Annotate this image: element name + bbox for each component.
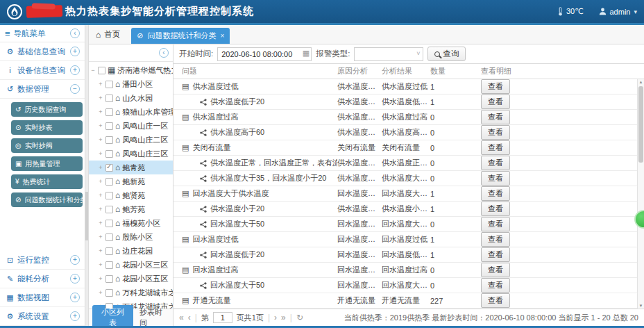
sidebar-item[interactable]: ⚙ 基础信息查询 + — [0, 42, 85, 61]
sidebar-submenu-item[interactable]: ◎ 实时抄阀 — [11, 138, 83, 153]
checkbox[interactable] — [105, 233, 113, 241]
checkbox[interactable] — [105, 289, 113, 297]
sidebar-item[interactable]: i 设备信息查询 + — [0, 61, 85, 80]
checkbox[interactable] — [105, 122, 113, 130]
panel-splitter[interactable] — [85, 25, 89, 326]
tree-item[interactable]: + ⌂ 鲍芳苑 — [89, 202, 173, 216]
tree-expander-icon[interactable]: + — [98, 289, 103, 296]
checkbox[interactable] — [105, 220, 113, 227]
tree-item[interactable]: + ⌂ 狼猫山水库管理处 — [89, 105, 173, 119]
sidebar-submenu-item[interactable]: ⊘ 问题数据统计和分类 — [11, 192, 83, 207]
sidebar-submenu-item[interactable]: ↺ 历史数据查询 — [11, 102, 83, 117]
sidebar-item[interactable]: ▦ 数据视图 + — [0, 288, 85, 307]
tree-item[interactable]: + ⌂ 鲍贤苑 — [89, 188, 173, 202]
tree-item[interactable]: + ⌂ 花园小区三区 — [89, 258, 173, 272]
sidebar-submenu-item[interactable]: ▣ 用热量管理 — [11, 156, 83, 171]
checkbox[interactable] — [105, 164, 113, 172]
tree-expander-icon[interactable]: + — [98, 220, 103, 227]
query-button[interactable]: 查询 — [427, 47, 466, 61]
view-detail-button[interactable]: 查看 — [481, 125, 510, 140]
expand-toggle-icon[interactable]: + — [70, 47, 80, 56]
expand-toggle-icon[interactable]: + — [70, 293, 80, 302]
page-number-input[interactable] — [213, 312, 232, 323]
view-detail-button[interactable]: 查看 — [481, 186, 510, 201]
view-detail-button[interactable]: 查看 — [481, 140, 510, 155]
view-detail-button[interactable]: 查看 — [481, 263, 510, 277]
calendar-icon[interactable]: ▦ — [303, 49, 310, 57]
refresh-icon[interactable]: ↻ — [296, 313, 303, 322]
tree-expander-icon[interactable]: + — [98, 108, 103, 115]
tree-expander-icon[interactable]: + — [98, 233, 103, 240]
checkbox[interactable] — [105, 247, 113, 255]
tree-expander-icon[interactable]: + — [98, 275, 103, 282]
pagination-next-icon[interactable]: › — [274, 313, 277, 322]
checkbox[interactable] — [105, 206, 113, 213]
sidebar-submenu-item[interactable]: ¥ 热费统计 — [11, 174, 83, 189]
tab-home[interactable]: ⌂ 首页 — [96, 29, 120, 44]
tree-item[interactable]: + ⌂ 凤鸣山庄一区 — [89, 119, 173, 133]
checkbox[interactable] — [105, 81, 113, 88]
scrollbar-thumb[interactable] — [638, 86, 643, 163]
tree-collapse-icon[interactable]: ‹ — [159, 48, 169, 58]
tree-expander-icon[interactable]: + — [98, 122, 103, 129]
expand-toggle-icon[interactable]: + — [70, 311, 80, 321]
checkbox[interactable] — [105, 275, 113, 283]
view-detail-button[interactable]: 查看 — [481, 95, 510, 109]
expand-toggle-icon[interactable]: + — [70, 274, 80, 284]
view-detail-button[interactable]: 查看 — [481, 217, 510, 231]
view-detail-button[interactable]: 查看 — [481, 232, 510, 247]
meter-reading-time-tab[interactable]: 抄表时间 — [139, 307, 169, 328]
checkbox[interactable] — [105, 108, 113, 116]
expand-toggle-icon[interactable]: + — [70, 65, 80, 75]
checkbox[interactable] — [105, 192, 113, 199]
view-detail-button[interactable]: 查看 — [481, 293, 510, 308]
scrollbar-down-icon[interactable]: ▼ — [638, 304, 644, 308]
close-icon[interactable]: × — [220, 32, 224, 40]
view-detail-button[interactable]: 查看 — [481, 171, 510, 186]
tree-expander-icon[interactable]: + — [98, 206, 103, 213]
view-detail-button[interactable]: 查看 — [481, 278, 510, 293]
expand-toggle-icon[interactable]: + — [70, 255, 80, 265]
table-scrollbar[interactable]: ▲ ▼ — [637, 79, 644, 309]
view-detail-button[interactable]: 查看 — [481, 247, 510, 262]
user-menu[interactable]: admin ▾ — [599, 8, 638, 16]
checkbox[interactable] — [105, 178, 113, 186]
tree-expander-icon[interactable]: + — [98, 192, 103, 199]
view-detail-button[interactable]: 查看 — [481, 156, 510, 170]
sidebar-item[interactable]: ✎ 能耗分析 + — [0, 270, 85, 288]
tree-item[interactable]: + ⌂ 殷陈小区 — [89, 230, 173, 244]
tree-item[interactable]: + ⌂ 鲍青苑 — [89, 161, 173, 174]
tree-item[interactable]: + ⌂ 鲍新苑 — [89, 174, 173, 188]
tree-expander-icon[interactable]: + — [98, 261, 103, 268]
checkbox[interactable] — [105, 150, 113, 158]
pagination-first-icon[interactable]: « — [179, 313, 184, 322]
pagination-prev-icon[interactable]: ‹ — [188, 313, 191, 322]
tree-item[interactable]: + ⌂ 潘田小区 — [89, 77, 173, 91]
checkbox[interactable] — [98, 67, 105, 74]
tree-root-item[interactable]: − ▦ 济南港华燃气热力有限公司 — [89, 63, 173, 77]
alarm-type-select[interactable]: ˅ — [354, 47, 423, 61]
view-detail-button[interactable]: 查看 — [481, 79, 510, 94]
view-detail-button[interactable]: 查看 — [481, 202, 510, 216]
checkbox[interactable] — [105, 303, 113, 309]
sidebar-collapse-icon[interactable]: ‹ — [70, 28, 80, 38]
checkbox[interactable] — [105, 136, 113, 144]
tree-expander-icon[interactable]: + — [98, 164, 103, 171]
tree-expander-icon[interactable]: + — [98, 136, 103, 143]
sidebar-item[interactable]: ⚙ 系统设置 + — [0, 307, 85, 326]
expand-toggle-icon[interactable]: − — [70, 84, 80, 94]
sidebar-item[interactable]: ⊡ 运行监控 + — [0, 251, 85, 270]
tree-expander-icon[interactable]: + — [98, 178, 103, 185]
checkbox[interactable] — [105, 95, 113, 102]
view-detail-button[interactable]: 查看 — [481, 110, 510, 124]
tree-expander-icon[interactable]: + — [98, 247, 103, 254]
tree-expander-icon[interactable]: + — [98, 95, 103, 101]
splitter-thumb[interactable] — [85, 192, 88, 240]
tab-problem-statistics[interactable]: ⊘ 问题数据统计和分类 × — [131, 28, 230, 44]
tree-item[interactable]: + ⌂ 万科龙湖城市之光小 — [89, 286, 173, 300]
pagination-last-icon[interactable]: » — [281, 313, 286, 322]
scrollbar-up-icon[interactable]: ▲ — [638, 80, 644, 84]
tree-item[interactable]: + ⌂ 山久水园 — [89, 91, 173, 105]
tree-expander-icon[interactable]: − — [90, 67, 96, 74]
tree-item[interactable]: + ⌂ 福槐苑小区 — [89, 216, 173, 230]
